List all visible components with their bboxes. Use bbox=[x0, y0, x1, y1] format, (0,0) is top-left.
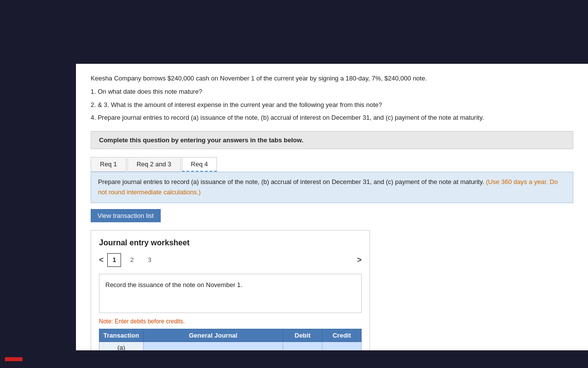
nav-page-1[interactable]: 1 bbox=[107, 253, 121, 267]
view-transaction-list-button[interactable]: View transaction list bbox=[91, 209, 161, 222]
q2-text: 2. & 3. What is the amount of interest e… bbox=[91, 100, 573, 110]
tab-req4[interactable]: Req 4 bbox=[182, 157, 218, 172]
tab-main-text: Prepare journal entries to record (a) is… bbox=[98, 178, 484, 185]
nav-left-arrow[interactable]: < bbox=[99, 256, 103, 264]
q4-text: 4. Prepare journal entries to record (a)… bbox=[91, 113, 573, 123]
note-debits-credits: Note: Enter debits before credits. bbox=[99, 318, 362, 325]
record-text: Record the issuance of the note on Novem… bbox=[105, 281, 243, 289]
nav-right-arrow[interactable]: > bbox=[357, 256, 362, 264]
bottom-action-button[interactable] bbox=[5, 357, 23, 361]
intro-text: Keesha Company borrows $240,000 cash on … bbox=[91, 74, 573, 84]
worksheet-box: Journal entry worksheet < 1 2 3 > Record… bbox=[91, 230, 370, 368]
nav-page-2[interactable]: 2 bbox=[125, 253, 139, 267]
worksheet-title: Journal entry worksheet bbox=[99, 238, 362, 247]
problem-text: Keesha Company borrows $240,000 cash on … bbox=[91, 74, 573, 123]
sidebar bbox=[0, 64, 76, 368]
nav-page-3[interactable]: 3 bbox=[143, 253, 156, 267]
col-header-general-journal: General Journal bbox=[143, 329, 283, 342]
col-header-transaction: Transaction bbox=[99, 329, 144, 342]
tab-content-req4: Prepare journal entries to record (a) is… bbox=[91, 172, 573, 203]
tabs-container: Req 1 Req 2 and 3 Req 4 bbox=[91, 157, 573, 172]
q1-text: 1. On what date does this note mature? bbox=[91, 87, 573, 97]
record-instruction-box: Record the issuance of the note on Novem… bbox=[99, 274, 362, 313]
col-header-debit: Debit bbox=[283, 329, 322, 342]
top-bar bbox=[0, 0, 588, 64]
col-header-credit: Credit bbox=[322, 329, 362, 342]
complete-instruction: Complete this question by entering your … bbox=[91, 131, 573, 149]
tab-req1[interactable]: Req 1 bbox=[91, 157, 126, 172]
main-content: Keesha Company borrows $240,000 cash on … bbox=[76, 64, 588, 368]
tab-req2and3[interactable]: Req 2 and 3 bbox=[127, 157, 181, 172]
worksheet-nav: < 1 2 3 > bbox=[99, 253, 362, 267]
bottom-bar bbox=[0, 350, 588, 368]
